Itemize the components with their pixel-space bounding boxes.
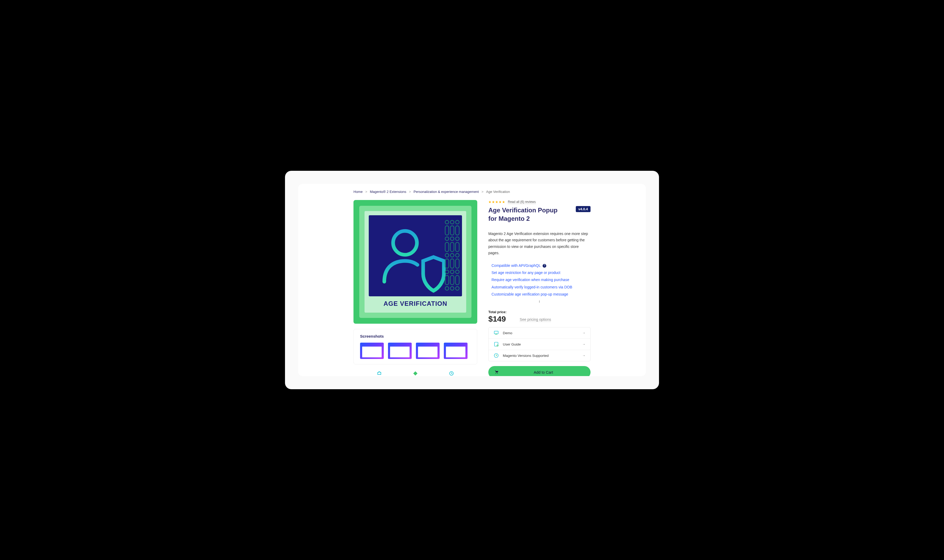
screenshots-panel: Screenshots bbox=[353, 329, 477, 365]
info-item-label: Demo bbox=[503, 331, 512, 335]
breadcrumb: Home > Magento® 2 Extensions > Personali… bbox=[353, 190, 591, 194]
svg-rect-12 bbox=[450, 242, 454, 252]
svg-rect-24 bbox=[450, 275, 454, 285]
clock-icon bbox=[447, 371, 455, 375]
user-guide-link[interactable]: User Guide → bbox=[489, 339, 590, 350]
screenshot-thumb[interactable] bbox=[416, 343, 440, 359]
svg-point-27 bbox=[450, 286, 454, 290]
svg-point-20 bbox=[445, 270, 449, 274]
svg-point-8 bbox=[445, 237, 449, 240]
svg-point-21 bbox=[450, 270, 454, 274]
product-description: Magento 2 Age Verification extension req… bbox=[488, 231, 591, 256]
svg-point-10 bbox=[455, 237, 459, 240]
svg-point-16 bbox=[455, 254, 459, 257]
info-icon[interactable]: ? bbox=[543, 264, 546, 268]
svg-rect-7 bbox=[455, 226, 459, 235]
svg-rect-13 bbox=[455, 242, 459, 252]
versions-supported-link[interactable]: Magento Versions Supported → bbox=[489, 350, 590, 361]
arrow-right-icon: → bbox=[582, 354, 586, 357]
pricing-options-link[interactable]: See pricing options bbox=[520, 317, 551, 322]
breadcrumb-category[interactable]: Personalization & experience management bbox=[413, 190, 479, 194]
star-icon: ★ bbox=[502, 200, 505, 204]
svg-rect-31 bbox=[494, 342, 498, 346]
screenshot-thumb[interactable] bbox=[388, 343, 412, 359]
feature-item[interactable]: Set age restriction for any page or prod… bbox=[492, 269, 591, 276]
breadcrumb-home[interactable]: Home bbox=[353, 190, 363, 194]
star-icon: ★ bbox=[488, 200, 492, 204]
star-icon: ★ bbox=[495, 200, 498, 204]
info-accordion: Demo → User Guide → Magento Versions Sup… bbox=[488, 327, 591, 361]
breadcrumb-current: Age Verification bbox=[486, 190, 510, 194]
product-hero-image: AGE VERIFICATION bbox=[353, 200, 477, 324]
star-icon: ★ bbox=[498, 200, 502, 204]
breadcrumb-extensions[interactable]: Magento® 2 Extensions bbox=[370, 190, 406, 194]
svg-point-2 bbox=[445, 220, 449, 224]
feature-list: Compatible with API/GraphQL ? Set age re… bbox=[488, 262, 591, 298]
svg-rect-5 bbox=[445, 226, 449, 235]
hero-label: AGE VERIFICATION bbox=[369, 296, 462, 308]
feature-item[interactable]: Automatically verify logged-in customers… bbox=[492, 284, 591, 291]
price-label: Total price: bbox=[488, 310, 506, 314]
svg-point-15 bbox=[450, 254, 454, 257]
version-badge: v4.0.4 bbox=[576, 206, 591, 212]
breadcrumb-separator: > bbox=[409, 190, 411, 194]
svg-rect-17 bbox=[445, 259, 449, 268]
puzzle-icon bbox=[375, 371, 383, 375]
svg-point-4 bbox=[455, 220, 459, 224]
feature-icons-row bbox=[353, 371, 477, 375]
rating-stars: ★ ★ ★ ★ ★ bbox=[488, 200, 505, 204]
feature-label: Compatible with API/GraphQL bbox=[492, 263, 540, 268]
demo-link[interactable]: Demo → bbox=[489, 328, 590, 339]
svg-rect-23 bbox=[445, 275, 449, 285]
svg-point-0 bbox=[393, 231, 417, 255]
add-to-cart-label: Add to Cart bbox=[502, 370, 585, 374]
screenshot-thumb[interactable] bbox=[444, 343, 467, 359]
feature-item[interactable]: Require age verification when making pur… bbox=[492, 276, 591, 283]
feature-item[interactable]: Compatible with API/GraphQL ? bbox=[492, 262, 591, 269]
svg-rect-6 bbox=[450, 226, 454, 235]
expand-features-button[interactable]: ↓ bbox=[488, 299, 591, 303]
svg-point-35 bbox=[497, 373, 498, 374]
feature-item[interactable]: Customizable age verification pop-up mes… bbox=[492, 291, 591, 298]
info-item-label: Magento Versions Supported bbox=[503, 354, 549, 358]
svg-point-34 bbox=[496, 373, 496, 374]
screenshots-title: Screenshots bbox=[360, 334, 471, 338]
svg-point-26 bbox=[445, 286, 449, 290]
clock-icon bbox=[494, 352, 499, 358]
arrow-right-icon: → bbox=[582, 331, 586, 335]
svg-rect-30 bbox=[494, 331, 498, 334]
svg-point-22 bbox=[455, 270, 459, 274]
add-to-cart-button[interactable]: Add to Cart bbox=[488, 366, 591, 376]
svg-rect-18 bbox=[450, 259, 454, 268]
breadcrumb-separator: > bbox=[481, 190, 484, 194]
star-icon: ★ bbox=[492, 200, 495, 204]
book-icon bbox=[494, 341, 499, 347]
info-item-label: User Guide bbox=[503, 342, 521, 346]
svg-rect-25 bbox=[455, 275, 459, 285]
svg-rect-19 bbox=[455, 259, 459, 268]
svg-point-28 bbox=[455, 286, 459, 290]
svg-point-14 bbox=[445, 254, 449, 257]
product-title: Age Verification Popup for Magento 2 bbox=[488, 206, 562, 223]
breadcrumb-separator: > bbox=[365, 190, 367, 194]
svg-point-3 bbox=[450, 220, 454, 224]
svg-point-9 bbox=[450, 237, 454, 240]
svg-point-32 bbox=[497, 345, 498, 346]
cart-icon bbox=[494, 369, 499, 375]
svg-rect-11 bbox=[445, 242, 449, 252]
price-value: $149 bbox=[488, 314, 506, 323]
arrow-right-icon: → bbox=[582, 342, 586, 346]
diamond-icon bbox=[412, 371, 419, 375]
screenshot-thumb[interactable] bbox=[360, 343, 384, 359]
read-reviews-link[interactable]: Read all (6) reviews bbox=[508, 200, 536, 204]
presentation-icon bbox=[494, 330, 499, 336]
